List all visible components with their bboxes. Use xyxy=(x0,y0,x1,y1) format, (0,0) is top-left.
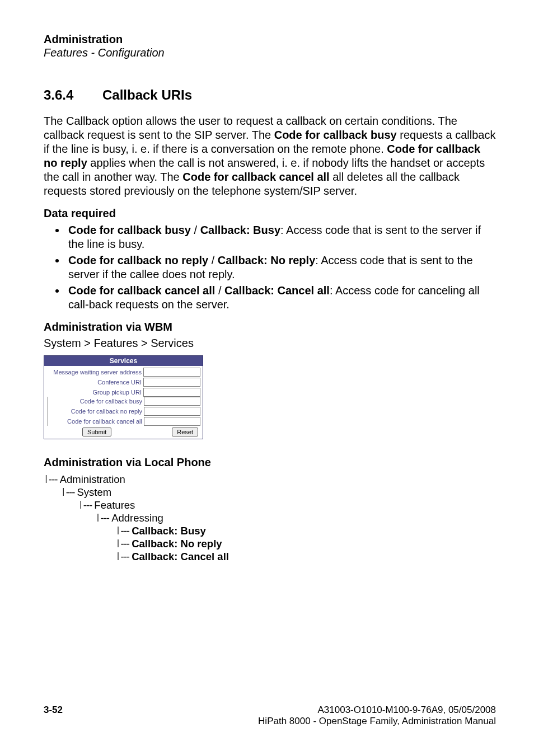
intro-paragraph: The Callback option allows the user to r… xyxy=(44,114,496,198)
header-subtitle: Features - Configuration xyxy=(44,46,496,59)
footer-info: A31003-O1010-M100-9-76A9, 05/05/2008 HiP… xyxy=(258,705,496,727)
data-required-heading: Data required xyxy=(44,207,496,220)
tree-row: |--- Callback: No reply xyxy=(44,538,496,551)
field-label: Code for callback cancel all xyxy=(48,418,144,425)
services-panel-title: Services xyxy=(44,356,203,366)
tree-item-addressing: Addressing xyxy=(111,512,163,524)
field-label: Group pickup URI xyxy=(46,389,143,396)
tree-item-callback-cancel: Callback: Cancel all xyxy=(132,551,229,562)
callback-cancel-input[interactable] xyxy=(144,417,200,426)
field-label: Conference URI xyxy=(46,379,143,386)
item-term2: Callback: Busy xyxy=(200,224,280,236)
reset-button[interactable]: Reset xyxy=(172,428,198,436)
tree-row: |--- Addressing xyxy=(44,512,496,525)
form-row: Conference URI xyxy=(46,378,200,387)
group-pickup-uri-input[interactable] xyxy=(143,388,200,397)
page-footer: 3-52 A31003-O1010-M100-9-76A9, 05/05/200… xyxy=(44,705,496,727)
conference-uri-input[interactable] xyxy=(143,378,200,387)
tree-item-administration: Administration xyxy=(60,473,125,485)
menu-tree: |--- Administration |--- System |--- Fea… xyxy=(44,473,496,564)
section-title: Callback URIs xyxy=(102,87,192,103)
callback-group: Code for callback busy Code for callback… xyxy=(48,397,200,426)
tree-row: |--- Callback: Busy xyxy=(44,525,496,538)
footer-docid: A31003-O1010-M100-9-76A9, 05/05/2008 xyxy=(317,705,496,715)
tree-item-system: System xyxy=(77,486,111,498)
list-item: Code for callback no reply / Callback: N… xyxy=(66,253,496,281)
form-row: Code for callback no reply xyxy=(48,407,200,416)
tree-item-features: Features xyxy=(94,499,135,511)
msg-waiting-input[interactable] xyxy=(143,368,200,377)
page-number: 3-52 xyxy=(44,705,63,716)
item-sep: / xyxy=(208,254,218,266)
item-sep: / xyxy=(191,224,200,236)
item-term2: Callback: Cancel all xyxy=(224,284,330,297)
field-label: Code for callback no reply xyxy=(48,408,144,415)
item-term: Code for callback cancel all xyxy=(68,284,215,297)
callback-busy-input[interactable] xyxy=(144,397,200,406)
item-term: Code for callback no reply xyxy=(68,254,208,266)
tree-item-callback-busy: Callback: Busy xyxy=(132,525,206,537)
wbm-heading: Administration via WBM xyxy=(44,321,496,334)
list-item: Code for callback busy / Callback: Busy:… xyxy=(66,223,496,251)
term-callback-cancel: Code for callback cancel all xyxy=(182,171,329,183)
callback-noreply-input[interactable] xyxy=(144,407,200,416)
document-page: Administration Features - Configuration … xyxy=(0,0,534,756)
form-row: Group pickup URI xyxy=(46,388,200,397)
tree-item-callback-noreply: Callback: No reply xyxy=(132,538,222,550)
tree-row: |--- Callback: Cancel all xyxy=(44,551,496,564)
header-title: Administration xyxy=(44,32,496,46)
section-heading: 3.6.4 Callback URIs xyxy=(44,87,496,103)
tree-row: |--- System xyxy=(44,486,496,499)
page-header: Administration Features - Configuration xyxy=(44,32,496,59)
term-callback-busy: Code for callback busy xyxy=(274,129,397,141)
section-number: 3.6.4 xyxy=(44,87,102,103)
form-row: Code for callback busy xyxy=(48,397,200,406)
footer-manual-title: HiPath 8000 - OpenStage Family, Administ… xyxy=(258,716,496,726)
item-term2: Callback: No reply xyxy=(218,254,316,266)
local-phone-heading: Administration via Local Phone xyxy=(44,456,496,469)
list-item: Code for callback cancel all / Callback:… xyxy=(66,284,496,312)
services-panel: Services Message waiting server address … xyxy=(44,355,203,439)
submit-button[interactable]: Submit xyxy=(82,428,111,436)
field-label: Code for callback busy xyxy=(48,398,144,405)
field-label: Message waiting server address xyxy=(46,369,143,375)
services-panel-body: Message waiting server address Conferenc… xyxy=(44,366,203,439)
wbm-nav-path: System > Features > Services xyxy=(44,337,496,350)
data-required-list: Code for callback busy / Callback: Busy:… xyxy=(44,223,496,312)
tree-row: |--- Administration xyxy=(44,473,496,486)
form-row: Message waiting server address xyxy=(46,368,200,377)
item-term: Code for callback busy xyxy=(68,224,191,236)
item-sep: / xyxy=(215,284,224,297)
form-row: Code for callback cancel all xyxy=(48,417,200,426)
tree-row: |--- Features xyxy=(44,499,496,512)
button-row: Submit Reset xyxy=(46,426,200,436)
